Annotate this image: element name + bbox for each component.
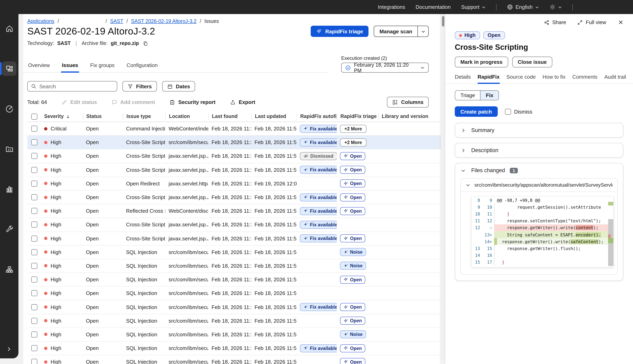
table-row[interactable]: CriticalOpenCommand InjectionWebContent/… [27,122,441,136]
table-row[interactable]: HighOpenReflected Cross Site ScriptingWe… [27,204,441,218]
row-checkbox[interactable] [31,236,37,242]
sidebar-item-code[interactable] [2,142,16,156]
breadcrumb-item[interactable]: Applications [27,18,54,24]
column-header-rapidfix-autofix[interactable]: RapidFix autofix [297,113,337,120]
column-header-last-found[interactable]: Last found [208,113,251,120]
dismiss-checkbox[interactable] [505,108,511,114]
triage-open-badge[interactable]: Open [340,166,366,174]
full-view-button[interactable]: Full view [578,19,606,25]
panel-tab-rapidfix[interactable]: RapidFix [478,74,500,84]
row-checkbox[interactable] [31,222,37,228]
row-checkbox[interactable] [31,153,37,159]
security-report-button[interactable]: Security report [170,99,216,105]
row-checkbox[interactable] [31,140,37,146]
triage-open-badge[interactable]: Open [340,317,366,325]
triage-more-badge[interactable]: +2 More [340,124,366,133]
triage-open-badge[interactable]: Open [340,152,366,160]
autofix-fix-badge[interactable]: Fix available [300,138,337,146]
filters-button[interactable]: Filters [122,81,157,92]
sidebar-item-reports[interactable] [2,182,16,196]
column-header-library-and-version[interactable]: Library and version [378,113,441,120]
table-row[interactable]: HighOpenSQL Injectionsrc/com/ibm/securit… [27,342,441,355]
panel-tab-comments[interactable]: Comments [572,74,598,84]
main-scrollbar[interactable] [441,14,445,364]
dates-button[interactable]: Dates [162,81,195,92]
triage-open-badge[interactable]: Open [340,180,366,188]
breadcrumb-item[interactable]: SAST [110,18,123,24]
row-checkbox[interactable] [31,290,37,296]
triage-open-badge[interactable]: Open [340,358,366,364]
table-row[interactable]: HighOpenSQL Injectionsrc/com/ibm/securit… [27,328,441,342]
table-row[interactable]: HighOpenSQL Injectionsrc/com/ibm/securit… [27,287,441,300]
table-row[interactable]: HighOpenSQL Injectionsrc/com/ibm/securit… [27,273,441,286]
table-row[interactable]: HighOpenSQL Injectionsrc/com/ibm/securit… [27,355,441,364]
table-row[interactable]: HighOpenCross-Site Scriptingsrc/com/ibm/… [27,136,441,149]
autofix-fix-badge[interactable]: Fix available [300,221,337,229]
language-selector[interactable]: English [507,4,539,10]
row-checkbox[interactable] [31,194,37,200]
row-checkbox[interactable] [31,304,37,310]
select-all-checkbox[interactable] [31,113,37,120]
manage-scan-dropdown-button[interactable] [418,26,428,36]
triage-open-badge[interactable]: Open [340,193,366,201]
sidebar-expand-button[interactable] [6,346,12,352]
row-checkbox[interactable] [31,332,37,338]
manage-scan-button[interactable]: Manage scan [374,26,418,36]
table-row[interactable]: HighOpenSQL Injectionsrc/com/ibm/securit… [27,300,441,314]
theme-selector[interactable] [550,4,562,10]
sidebar-item-tools[interactable] [2,222,16,236]
panel-tab-how-to-fix[interactable]: How to fix [542,74,565,84]
row-checkbox[interactable] [31,318,37,324]
tab-issues[interactable]: Issues [61,62,79,72]
column-header-issue-type[interactable]: Issue type [123,113,165,120]
autofix-fix-badge[interactable]: Fix available [300,303,337,311]
table-row[interactable]: HighOpenCross-Site Scriptingjavax.servle… [27,150,441,163]
execution-dropdown[interactable]: February 18, 2026 11:20 PM [341,62,429,73]
sidebar-item-scans[interactable] [2,102,16,116]
dismiss-option[interactable]: Dismiss [505,108,532,114]
triage-noise-badge[interactable]: Noise [340,330,366,338]
copy-icon[interactable] [143,41,148,46]
triage-noise-badge[interactable]: Noise [340,248,366,256]
autofix-fix-badge[interactable]: Fix available [300,344,337,352]
sidebar-item-applications[interactable] [2,62,16,76]
tab-fix-groups[interactable]: Fix groups [89,62,115,72]
row-checkbox[interactable] [31,180,37,186]
table-row[interactable]: HighOpenCross-Site Scriptingjavax.servle… [27,191,441,204]
rapidfix-triage-button[interactable]: RapidFix triage [311,26,369,37]
table-row[interactable]: HighOpenSQL Injectionsrc/com/ibm/securit… [27,259,441,273]
table-row[interactable]: HighOpenSQL Injectionsrc/com/ibm/securit… [27,314,441,328]
autofix-dismissed-badge[interactable]: Dismissed [300,152,337,160]
scrollbar-thumb[interactable] [442,16,444,26]
edit-status-button[interactable]: Edit status [62,99,97,105]
triage-noise-badge[interactable]: Noise [340,262,366,270]
section-header-description[interactable]: Description [455,143,623,157]
mode-option-fix[interactable]: Fix [480,91,499,100]
columns-button[interactable]: Columns [387,97,429,108]
column-header-severity[interactable]: Severity [41,113,83,120]
export-button[interactable]: Export [230,99,255,105]
share-button[interactable]: Share [544,19,566,25]
table-row[interactable]: HighOpenOpen Redirectjavax.servlet.http.… [27,177,441,191]
changed-file-header[interactable]: src/com/ibm/security/appscan/altoromutua… [461,178,617,192]
search-input[interactable] [39,83,114,89]
panel-tab-details[interactable]: Details [455,74,471,84]
panel-tab-source-code[interactable]: Source code [506,74,536,84]
sidebar-item-home[interactable] [2,21,16,36]
triage-more-badge[interactable]: +2 More [340,138,366,146]
table-row[interactable]: HighOpenCross-Site Scriptingjavax.servle… [27,232,441,246]
section-header-files-changed[interactable]: Files changed1 [455,163,623,178]
row-checkbox[interactable] [31,126,37,132]
sidebar-item-network[interactable] [2,262,16,276]
row-checkbox[interactable] [31,263,37,269]
nav-support[interactable]: Support [461,4,486,10]
nav-documentation[interactable]: Documentation [416,4,451,10]
row-checkbox[interactable] [31,208,37,214]
section-header-summary[interactable]: Summary [455,123,623,137]
panel-tab-audit-trail[interactable]: Audit trail [604,74,626,84]
column-header-last-updated[interactable]: Last updated [251,113,297,120]
breadcrumb-item[interactable]: SAST 2026-02-19 AltoroJ-3.2 [131,18,196,24]
column-header-status[interactable]: Status [83,113,123,120]
row-checkbox[interactable] [31,359,37,364]
row-checkbox[interactable] [31,345,37,351]
